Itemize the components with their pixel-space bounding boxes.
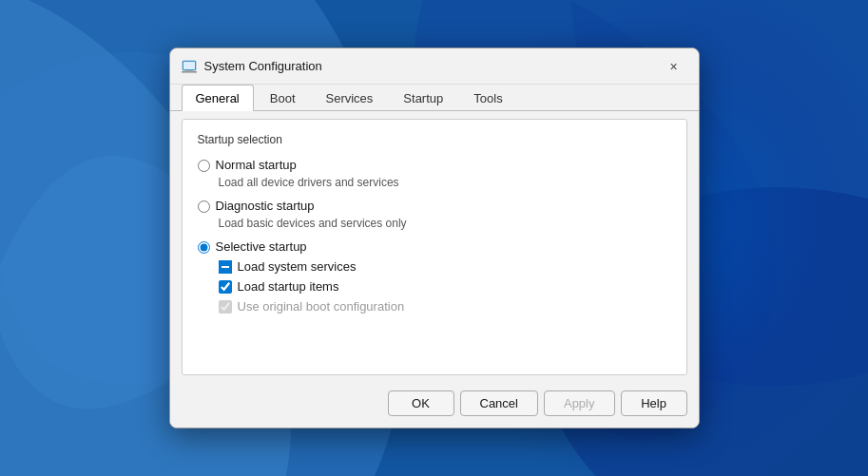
checkbox-load-startup-items[interactable]: Load startup items xyxy=(219,279,671,294)
ok-button[interactable]: OK xyxy=(388,390,454,416)
radio-selective-label: Selective startup xyxy=(216,239,307,254)
dialog-icon xyxy=(182,59,197,74)
radio-normal-input[interactable] xyxy=(198,160,210,172)
radio-normal-label: Normal startup xyxy=(216,158,297,172)
checkbox-system-services-label: Load system services xyxy=(238,259,357,274)
cancel-button[interactable]: Cancel xyxy=(460,390,538,416)
content-area: Startup selection Normal startup Load al… xyxy=(182,119,687,375)
radio-normal-startup[interactable]: Normal startup xyxy=(198,158,671,172)
tab-tools[interactable]: Tools xyxy=(459,85,516,111)
svg-rect-6 xyxy=(183,62,195,69)
checkbox-orig-boot-input xyxy=(219,300,232,314)
tab-startup[interactable]: Startup xyxy=(389,85,457,111)
checkbox-indeterminate-indicator xyxy=(219,260,232,274)
checkbox-load-system-services[interactable]: Load system services xyxy=(219,259,671,274)
section-label: Startup selection xyxy=(198,133,671,146)
checkbox-startup-items-label: Load startup items xyxy=(238,279,339,294)
radio-diagnostic-input[interactable] xyxy=(198,200,210,213)
radio-diagnostic-label: Diagnostic startup xyxy=(216,199,315,213)
apply-button[interactable]: Apply xyxy=(544,390,615,416)
dialog-overlay: System Configuration × General Boot Serv… xyxy=(0,0,868,476)
radio-selective-input[interactable] xyxy=(198,241,210,254)
close-button[interactable]: × xyxy=(661,53,687,80)
radio-normal-sublabel: Load all device drivers and services xyxy=(219,176,671,189)
checkbox-use-original-boot: Use original boot configuration xyxy=(219,299,671,314)
radio-diagnostic-startup[interactable]: Diagnostic startup xyxy=(198,199,671,213)
help-button[interactable]: Help xyxy=(621,390,687,416)
radio-selective-startup[interactable]: Selective startup xyxy=(198,239,671,254)
tab-services[interactable]: Services xyxy=(312,85,388,111)
selective-options: Load system services Load startup items … xyxy=(219,259,671,314)
tab-boot[interactable]: Boot xyxy=(256,85,310,111)
checkbox-startup-items-input[interactable] xyxy=(219,280,232,294)
checkbox-orig-boot-label: Use original boot configuration xyxy=(238,299,405,314)
button-bar: OK Cancel Apply Help xyxy=(170,383,699,428)
radio-diagnostic-sublabel: Load basic devices and services only xyxy=(219,217,671,230)
system-configuration-dialog: System Configuration × General Boot Serv… xyxy=(169,48,700,428)
svg-rect-8 xyxy=(185,70,193,72)
tab-bar: General Boot Services Startup Tools xyxy=(170,85,699,111)
title-bar: System Configuration × xyxy=(170,48,699,85)
dialog-title: System Configuration xyxy=(204,59,661,73)
tab-general[interactable]: General xyxy=(182,85,254,111)
